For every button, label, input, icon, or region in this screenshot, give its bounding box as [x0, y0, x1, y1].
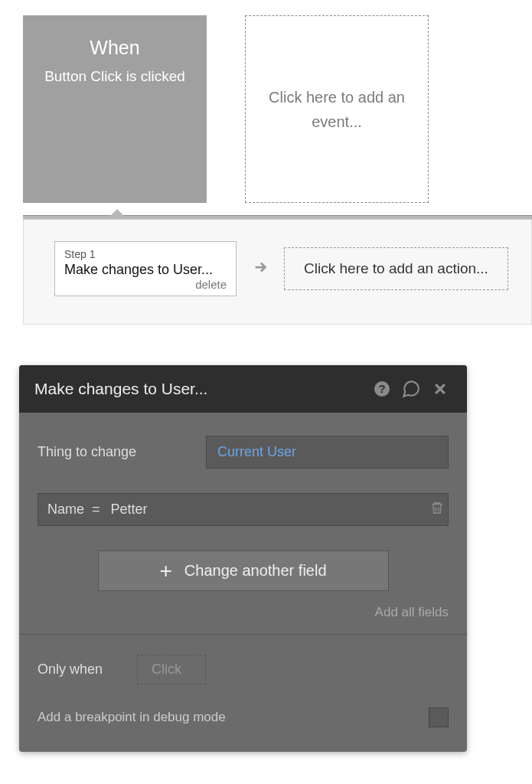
breakpoint-row: Add a breakpoint in debug mode: [38, 704, 449, 744]
add-event-placeholder[interactable]: Click here to add an event...: [245, 15, 429, 203]
change-another-field-label: Change another field: [184, 562, 327, 580]
step-number-label: Step 1: [64, 248, 227, 260]
workflow-container: Step 1 Make changes to User... delete Cl…: [0, 215, 532, 325]
arrow-right-icon: [252, 257, 269, 281]
comment-icon[interactable]: [400, 377, 423, 400]
only-when-row: Only when Click: [38, 635, 449, 704]
add-action-placeholder[interactable]: Click here to add an action...: [284, 247, 508, 290]
field-assignment-row[interactable]: Name = Petter: [38, 493, 449, 526]
plus-icon: +: [159, 564, 171, 579]
breakpoint-checkbox[interactable]: [429, 707, 449, 727]
event-when-label: When: [37, 37, 193, 59]
only-when-input[interactable]: Click: [137, 655, 206, 684]
change-another-field-button[interactable]: + Change another field: [98, 550, 389, 591]
assignment-field-name: Name: [47, 501, 84, 518]
breakpoint-label: Add a breakpoint in debug mode: [38, 710, 226, 725]
trash-icon[interactable]: [429, 499, 445, 520]
svg-text:?: ?: [378, 382, 385, 395]
add-event-label: Click here to add an event...: [269, 85, 405, 134]
close-icon[interactable]: [429, 377, 452, 400]
add-all-fields-link[interactable]: Add all fields: [38, 605, 449, 634]
events-row: When Button Click is clicked Click here …: [0, 0, 532, 203]
only-when-label: Only when: [38, 662, 137, 678]
assignment-value[interactable]: Petter: [111, 501, 148, 518]
add-action-label: Click here to add an action...: [304, 260, 488, 277]
assignment-operator: =: [92, 501, 100, 518]
event-card-selected[interactable]: When Button Click is clicked: [23, 15, 207, 203]
event-description: Button Click is clicked: [37, 68, 193, 85]
panel-title: Make changes to User...: [34, 380, 364, 398]
step-row: Step 1 Make changes to User... delete Cl…: [54, 241, 508, 296]
property-panel: Make changes to User... ? Thing to chang…: [19, 365, 467, 752]
panel-header[interactable]: Make changes to User... ?: [19, 365, 467, 413]
thing-to-change-value[interactable]: Current User: [206, 436, 449, 469]
panel-body: Thing to change Current User Name = Pett…: [19, 413, 467, 752]
workflow-body: Step 1 Make changes to User... delete Cl…: [23, 220, 532, 325]
step-title: Make changes to User...: [64, 262, 227, 278]
thing-to-change-row: Thing to change Current User: [38, 436, 449, 469]
workflow-pointer-icon: [109, 209, 126, 217]
step-delete-link[interactable]: delete: [64, 278, 227, 291]
step-card[interactable]: Step 1 Make changes to User... delete: [54, 241, 237, 296]
help-icon[interactable]: ?: [370, 377, 393, 400]
thing-to-change-label: Thing to change: [38, 444, 206, 460]
